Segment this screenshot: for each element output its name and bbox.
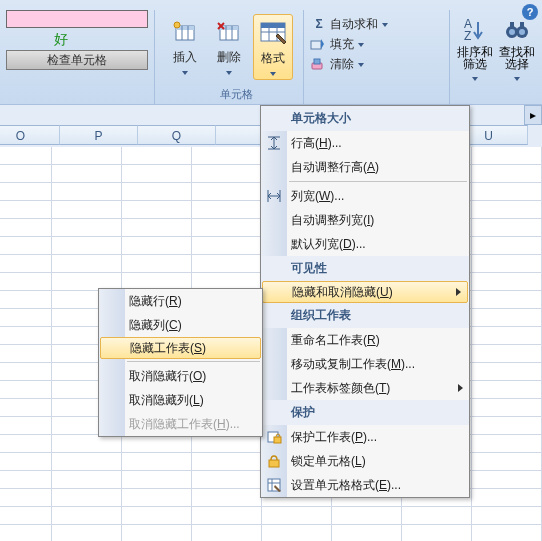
menu-lock-cell[interactable]: 锁定单元格(L) [261,449,469,473]
cell[interactable] [192,183,262,201]
cell[interactable] [332,507,402,525]
cell[interactable] [472,345,542,363]
cell[interactable] [0,201,52,219]
cell[interactable] [122,237,192,255]
cell[interactable] [192,507,262,525]
cell[interactable] [262,507,332,525]
cell[interactable] [122,507,192,525]
cell[interactable] [122,525,192,541]
cell[interactable] [472,507,542,525]
cell[interactable] [192,237,262,255]
cell[interactable] [332,525,402,541]
cell[interactable] [0,381,52,399]
cell[interactable] [0,147,52,165]
cell[interactable] [52,219,122,237]
cell[interactable] [122,435,192,453]
cell[interactable] [192,471,262,489]
cell[interactable] [472,399,542,417]
cell[interactable] [0,165,52,183]
insert-button[interactable]: 插入 [165,14,205,78]
cell[interactable] [192,453,262,471]
cell[interactable] [122,453,192,471]
menu-autofit-col[interactable]: 自动调整列宽(I) [261,208,469,232]
cell[interactable] [0,309,52,327]
delete-button[interactable]: 删除 [209,14,249,78]
submenu-hide-sheet[interactable]: 隐藏工作表(S) [100,337,261,359]
cell[interactable] [122,489,192,507]
cell[interactable] [0,183,52,201]
cell[interactable] [0,345,52,363]
menu-autofit-row[interactable]: 自动调整行高(A) [261,155,469,179]
find-select-button[interactable]: 查找和 选择 [496,14,538,104]
cell[interactable] [0,453,52,471]
cell[interactable] [472,183,542,201]
cell[interactable] [0,489,52,507]
menu-col-width[interactable]: 列宽(W)... [261,184,469,208]
cell[interactable] [472,453,542,471]
cell[interactable] [52,147,122,165]
cell[interactable] [0,327,52,345]
cell[interactable] [122,255,192,273]
cell[interactable] [0,291,52,309]
cell[interactable] [52,453,122,471]
cell[interactable] [52,255,122,273]
menu-tab-color[interactable]: 工作表标签颜色(T) [261,376,469,400]
cell[interactable] [0,525,52,541]
cell[interactable] [472,489,542,507]
cell[interactable] [192,435,262,453]
submenu-hide-rows[interactable]: 隐藏行(R) [99,289,262,313]
cell[interactable] [472,327,542,345]
cell[interactable] [0,471,52,489]
cell[interactable] [0,399,52,417]
cell[interactable] [472,219,542,237]
cell[interactable] [52,435,122,453]
cell[interactable] [192,255,262,273]
check-cells-button[interactable]: 检查单元格 [6,50,148,70]
fill-button[interactable]: 填充 [310,34,443,54]
menu-format-cells[interactable]: 设置单元格格式(E)... [261,473,469,497]
cell[interactable] [52,237,122,255]
cell[interactable] [472,147,542,165]
cell[interactable] [122,183,192,201]
clear-button[interactable]: 清除 [310,54,443,74]
submenu-unhide-rows[interactable]: 取消隐藏行(O) [99,364,262,388]
cell[interactable] [472,417,542,435]
cell[interactable] [192,489,262,507]
menu-row-height[interactable]: 行高(H)... [261,131,469,155]
cell[interactable] [52,507,122,525]
cell[interactable] [0,435,52,453]
cell[interactable] [472,255,542,273]
sort-filter-button[interactable]: AZ 排序和 筛选 [454,14,496,104]
cell[interactable] [122,147,192,165]
column-header[interactable]: O [0,125,60,145]
cell[interactable] [0,255,52,273]
menu-rename-sheet[interactable]: 重命名工作表(R) [261,328,469,352]
cell[interactable] [122,219,192,237]
format-button[interactable]: 格式 [253,14,293,80]
cell[interactable] [472,309,542,327]
cell[interactable] [122,165,192,183]
cell[interactable] [0,273,52,291]
menu-protect-sheet[interactable]: 保护工作表(P)... [261,425,469,449]
cell[interactable] [192,147,262,165]
cell[interactable] [52,525,122,541]
cell[interactable] [0,237,52,255]
cell[interactable] [0,363,52,381]
cell[interactable] [0,219,52,237]
cell[interactable] [52,489,122,507]
cell[interactable] [472,525,542,541]
cell[interactable] [472,363,542,381]
cell[interactable] [472,471,542,489]
menu-move-copy[interactable]: 移动或复制工作表(M)... [261,352,469,376]
cell[interactable] [472,273,542,291]
cell[interactable] [402,507,472,525]
menu-hide-unhide[interactable]: 隐藏和取消隐藏(U) [262,281,468,303]
cell[interactable] [192,201,262,219]
cell[interactable] [402,525,472,541]
cell[interactable] [472,165,542,183]
cell[interactable] [52,201,122,219]
autosum-button[interactable]: Σ 自动求和 [310,14,443,34]
cell[interactable] [262,525,332,541]
cell[interactable] [472,291,542,309]
cell[interactable] [472,201,542,219]
